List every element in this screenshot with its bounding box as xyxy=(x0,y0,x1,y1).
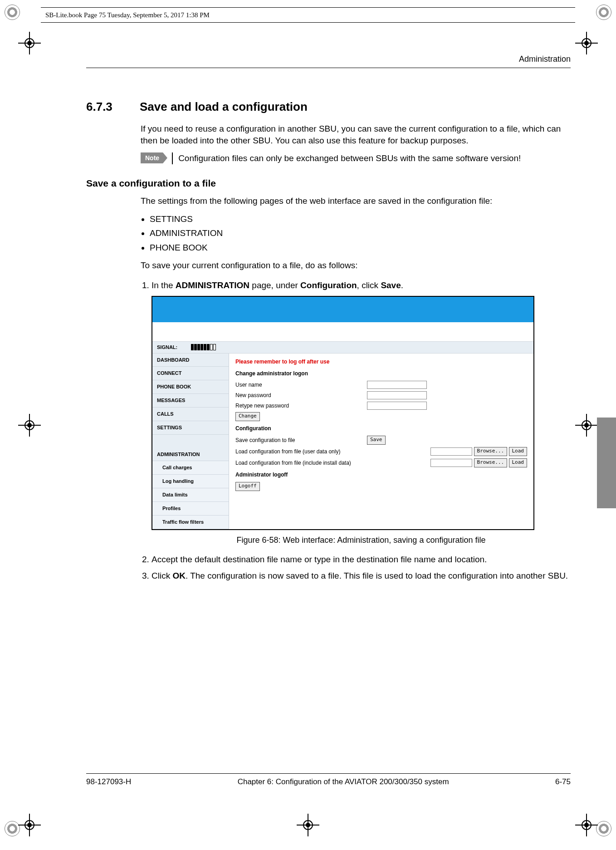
input-file-install[interactable] xyxy=(430,459,472,467)
svg-point-11 xyxy=(27,823,32,827)
label-retype-password: Retype new password xyxy=(235,402,367,409)
subnav-profiles[interactable]: Profiles xyxy=(152,502,229,516)
crop-ring-icon xyxy=(5,821,20,836)
running-head: Administration xyxy=(86,54,571,64)
label-load-user-data: Load configuration from file (user data … xyxy=(235,448,372,455)
svg-point-27 xyxy=(584,423,589,427)
nav-settings[interactable]: SETTINGS xyxy=(152,421,229,435)
footer-page-number: 6-75 xyxy=(555,777,571,786)
section-title: Save and load a configuration xyxy=(140,100,308,114)
nav-dashboard[interactable]: DASHBOARD xyxy=(152,354,229,367)
figure-header-bar xyxy=(152,297,533,322)
browse-button[interactable]: Browse... xyxy=(474,458,508,467)
svg-point-19 xyxy=(306,823,310,827)
input-user-name[interactable] xyxy=(367,381,427,389)
group-change-logon: Change administrator logon xyxy=(235,370,527,377)
note-tag: Note xyxy=(141,152,163,163)
nav-connect[interactable]: CONNECT xyxy=(152,367,229,380)
save-follow: To save your current configuration to a … xyxy=(141,260,571,271)
signal-strength-icon xyxy=(191,344,216,350)
registration-mark-icon xyxy=(18,414,41,437)
note-text: Configuration files can only be exchange… xyxy=(172,152,521,164)
thumb-tab xyxy=(597,418,616,508)
label-load-install-data: Load configuration from file (include in… xyxy=(235,459,372,467)
step-2: Accept the default destination file name… xyxy=(152,554,571,565)
save-intro: The settings from the following pages of… xyxy=(141,195,571,207)
subnav-traffic-flow-filters[interactable]: Traffic flow filters xyxy=(152,516,229,529)
nav-administration[interactable]: ADMINISTRATION xyxy=(152,448,229,462)
subnav-log-handling[interactable]: Log handling xyxy=(152,475,229,488)
figure-admin-screenshot: SIGNAL: DASHBOARD CONNECT PHONE BOOK MES… xyxy=(152,296,534,530)
print-header: SB-Lite.book Page 75 Tuesday, September … xyxy=(41,7,575,23)
browse-button[interactable]: Browse... xyxy=(474,447,508,456)
crop-ring-icon xyxy=(596,5,611,20)
logoff-reminder: Please remember to log off after use xyxy=(235,358,527,365)
footer-rule xyxy=(86,773,571,774)
subnav-data-limits[interactable]: Data limits xyxy=(152,488,229,502)
svg-point-15 xyxy=(584,823,589,827)
bullet-phone-book: PHONE BOOK xyxy=(150,242,571,254)
bullet-settings: SETTINGS xyxy=(150,213,571,225)
load-button[interactable]: Load xyxy=(509,458,528,467)
registration-mark-icon xyxy=(18,814,41,836)
label-new-password: New password xyxy=(235,392,367,399)
subnav-call-charges[interactable]: Call charges xyxy=(152,461,229,475)
registration-mark-icon xyxy=(18,32,41,54)
footer-chapter: Chapter 6: Configuration of the AVIATOR … xyxy=(238,777,449,786)
nav-calls[interactable]: CALLS xyxy=(152,408,229,421)
input-retype-password[interactable] xyxy=(367,402,427,410)
section-number: 6.7.3 xyxy=(86,100,122,114)
intro-paragraph: If you need to reuse a configuration in … xyxy=(141,123,571,146)
header-rule xyxy=(86,67,571,68)
label-user-name: User name xyxy=(235,381,367,388)
svg-point-3 xyxy=(27,41,32,45)
figure-sidebar: DASHBOARD CONNECT PHONE BOOK MESSAGES CA… xyxy=(152,354,229,529)
signal-label: SIGNAL: xyxy=(157,344,177,351)
svg-point-23 xyxy=(27,423,32,427)
save-button[interactable]: Save xyxy=(367,436,386,445)
bullet-administration: ADMINISTRATION xyxy=(150,227,571,239)
change-button[interactable]: Change xyxy=(235,412,260,421)
load-button[interactable]: Load xyxy=(509,447,528,456)
crop-ring-icon xyxy=(596,821,611,836)
footer-doc-number: 98-127093-H xyxy=(86,777,131,786)
registration-mark-icon xyxy=(575,414,598,437)
logoff-button[interactable]: Logoff xyxy=(235,482,260,491)
input-new-password[interactable] xyxy=(367,391,427,399)
figure-caption: Figure 6-58: Web interface: Administrati… xyxy=(152,535,571,545)
registration-mark-icon xyxy=(297,814,319,836)
label-save-config: Save configuration to file xyxy=(235,437,367,444)
input-file-user[interactable] xyxy=(430,447,472,456)
nav-phone-book[interactable]: PHONE BOOK xyxy=(152,380,229,394)
print-header-text: SB-Lite.book Page 75 Tuesday, September … xyxy=(45,11,210,19)
registration-mark-icon xyxy=(575,814,598,836)
nav-messages[interactable]: MESSAGES xyxy=(152,394,229,408)
registration-mark-icon xyxy=(575,32,598,54)
crop-ring-icon xyxy=(5,5,20,20)
group-configuration: Configuration xyxy=(235,425,527,432)
step-1: In the ADMINISTRATION page, under Config… xyxy=(152,280,571,545)
svg-point-7 xyxy=(584,41,589,45)
heading-save-config: Save a configuration to a file xyxy=(86,178,571,189)
step-3: Click OK. The configuration is now saved… xyxy=(152,570,571,582)
group-logoff: Administrator logoff xyxy=(235,471,527,478)
